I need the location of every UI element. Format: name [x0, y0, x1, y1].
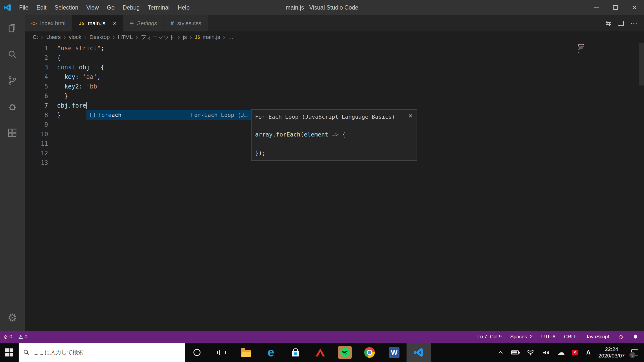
line-number[interactable]: 1: [25, 43, 57, 53]
encoding[interactable]: UTF-8: [541, 334, 555, 340]
tab-index-html[interactable]: <> index.html: [25, 15, 72, 31]
code-line-1[interactable]: 1"use strict";: [25, 43, 644, 53]
tab-label: Settings: [137, 20, 157, 27]
errors-icon[interactable]: ⊘: [4, 334, 8, 340]
notification-center-button[interactable]: 3: [628, 343, 641, 362]
source-control-icon[interactable]: [0, 67, 25, 94]
breadcrumb-item-file[interactable]: main.js: [203, 34, 220, 40]
adobe-button[interactable]: [308, 343, 333, 362]
explorer-icon[interactable]: [0, 15, 25, 41]
code-line-5[interactable]: 5 key2: 'bb': [25, 82, 644, 91]
line-number[interactable]: 13: [25, 158, 57, 168]
menu-go[interactable]: Go: [103, 0, 119, 15]
extensions-icon[interactable]: [0, 120, 25, 146]
tab-main-js[interactable]: JS main.js ×: [72, 15, 123, 31]
close-window-button[interactable]: ×: [625, 0, 644, 15]
menu-file[interactable]: File: [15, 0, 32, 15]
network-indicator[interactable]: [523, 343, 538, 362]
tab-settings[interactable]: ≡ Settings: [123, 15, 164, 31]
breadcrumb-item[interactable]: HTML: [118, 34, 133, 40]
debug-icon[interactable]: [0, 94, 25, 120]
menu-terminal[interactable]: Terminal: [144, 0, 174, 15]
onedrive-indicator[interactable]: ☁: [554, 343, 568, 362]
vscode-taskbar-button[interactable]: [407, 343, 431, 362]
line-number[interactable]: 5: [25, 82, 57, 91]
editor-actions: ⇆ ⋯: [606, 15, 644, 31]
scrollbar[interactable]: [639, 43, 644, 85]
file-explorer-button[interactable]: [234, 343, 259, 362]
word-button[interactable]: W: [382, 343, 407, 362]
windows-taskbar: e W ☁ × A: [0, 343, 644, 362]
menu-help[interactable]: Help: [174, 0, 193, 15]
maximize-button[interactable]: [606, 0, 625, 15]
breadcrumb-item[interactable]: js: [183, 34, 187, 40]
battery-indicator[interactable]: [507, 343, 523, 362]
suggest-item-foreach[interactable]: foreach: [98, 112, 122, 118]
line-number[interactable]: 9: [25, 120, 57, 129]
taskbar-search[interactable]: [19, 343, 185, 362]
open-changes-icon[interactable]: ⇆: [606, 19, 611, 27]
minimap[interactable]: [578, 44, 596, 58]
code-line-4[interactable]: 4 key: 'aa',: [25, 72, 644, 82]
feedback-icon[interactable]: ☺: [618, 333, 624, 340]
spotify-button[interactable]: [333, 343, 357, 362]
menubar: FileEditSelectionViewGoDebugTerminalHelp: [15, 0, 193, 15]
breadcrumb-ellipsis[interactable]: …: [228, 34, 234, 40]
alert-indicator[interactable]: ×: [568, 343, 582, 362]
line-number[interactable]: 12: [25, 149, 57, 158]
code-line-6[interactable]: 6 }: [25, 91, 644, 101]
line-number[interactable]: 10: [25, 129, 57, 139]
error-count[interactable]: 0: [10, 334, 12, 340]
chrome-button[interactable]: [357, 343, 382, 362]
menu-selection[interactable]: Selection: [51, 0, 83, 15]
line-number[interactable]: 11: [25, 139, 57, 149]
more-actions-icon[interactable]: ⋯: [630, 19, 637, 27]
line-number[interactable]: 4: [25, 72, 57, 82]
line-number[interactable]: 6: [25, 91, 57, 101]
language-mode[interactable]: JavaScript: [586, 334, 609, 340]
close-details-icon[interactable]: ×: [408, 112, 413, 120]
volume-indicator[interactable]: [538, 343, 554, 362]
code-editor[interactable]: 1"use strict";2{3const obj = {4 key: 'aa…: [25, 43, 644, 331]
split-editor-icon[interactable]: [618, 21, 624, 26]
line-number[interactable]: 8: [25, 110, 57, 120]
breadcrumb-item[interactable]: ylock: [69, 34, 81, 40]
breadcrumb-item[interactable]: Users: [46, 34, 61, 40]
tune-icon: ≡: [130, 20, 134, 27]
line-number[interactable]: 2: [25, 53, 57, 63]
tab-styles-css[interactable]: # styles.css: [164, 15, 208, 31]
code-line-3[interactable]: 3const obj = {: [25, 63, 644, 72]
breadcrumb-item[interactable]: Desktop: [90, 34, 110, 40]
breadcrumb-item[interactable]: フォーマット: [141, 33, 175, 41]
line-number[interactable]: 3: [25, 63, 57, 72]
notifications-bell-icon[interactable]: [632, 334, 638, 340]
cortana-button[interactable]: [185, 343, 209, 362]
taskbar-search-input[interactable]: [33, 349, 164, 356]
settings-gear-icon[interactable]: ⚙: [0, 305, 25, 331]
warnings-icon[interactable]: ⚠: [18, 334, 23, 340]
vscode-icon: [414, 347, 424, 357]
taskbar-clock[interactable]: 22:24 2020/03/07: [595, 343, 628, 362]
line-number[interactable]: 7: [25, 101, 57, 110]
task-view-button[interactable]: [209, 343, 234, 362]
menu-debug[interactable]: Debug: [118, 0, 144, 15]
breadcrumb-item[interactable]: C:: [33, 34, 38, 40]
eol-sequence[interactable]: CRLF: [564, 334, 577, 340]
close-tab-icon[interactable]: ×: [113, 19, 116, 27]
warning-count[interactable]: 0: [25, 334, 27, 340]
edge-button[interactable]: e: [259, 343, 283, 362]
menu-edit[interactable]: Edit: [32, 0, 51, 15]
indentation[interactable]: Spaces: 2: [510, 334, 533, 340]
menu-view[interactable]: View: [82, 0, 103, 15]
minimize-button[interactable]: ─: [587, 0, 606, 15]
cursor-position[interactable]: Ln 7, Col 9: [477, 334, 502, 340]
search-icon[interactable]: [0, 41, 25, 67]
code-line-2[interactable]: 2{: [25, 53, 644, 63]
start-button[interactable]: [0, 343, 19, 362]
store-button[interactable]: [283, 343, 308, 362]
ime-indicator[interactable]: A: [582, 343, 595, 362]
code-line-7[interactable]: 7obj.fore: [25, 101, 644, 110]
code-text: "use strict";: [57, 43, 104, 53]
tray-expand-button[interactable]: [494, 343, 507, 362]
snippet-code-line: });: [255, 150, 266, 156]
